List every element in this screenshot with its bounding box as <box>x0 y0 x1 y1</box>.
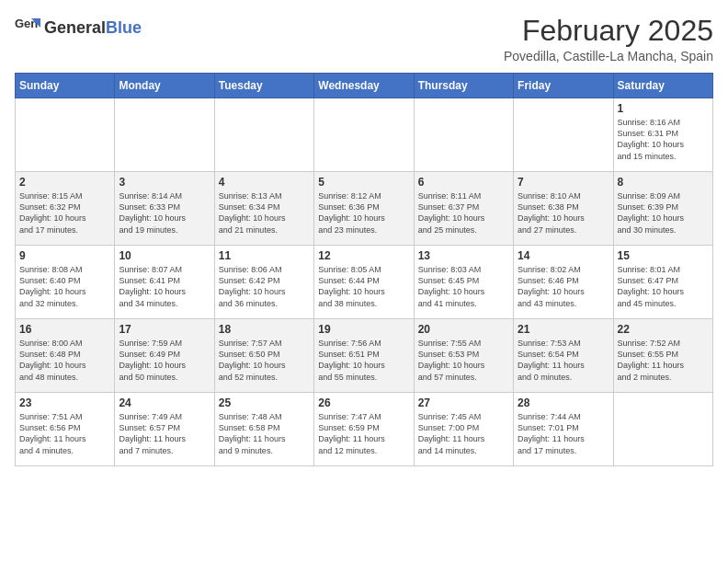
col-header-tuesday: Tuesday <box>214 74 313 98</box>
day-info: Sunrise: 8:06 AM Sunset: 6:42 PM Dayligh… <box>219 264 310 309</box>
day-number: 2 <box>19 176 110 189</box>
calendar-cell <box>514 98 613 172</box>
logo: Gen GeneralBlue <box>15 15 142 40</box>
calendar-cell: 21Sunrise: 7:53 AM Sunset: 6:54 PM Dayli… <box>514 319 613 393</box>
col-header-saturday: Saturday <box>613 74 712 98</box>
day-info: Sunrise: 8:07 AM Sunset: 6:41 PM Dayligh… <box>119 264 210 309</box>
page-header: Gen GeneralBlue February 2025 Povedilla,… <box>15 15 713 63</box>
day-info: Sunrise: 7:56 AM Sunset: 6:51 PM Dayligh… <box>318 338 409 383</box>
day-info: Sunrise: 8:02 AM Sunset: 6:46 PM Dayligh… <box>518 264 609 309</box>
col-header-sunday: Sunday <box>16 74 115 98</box>
day-number: 25 <box>219 396 310 409</box>
logo-icon: Gen <box>15 15 40 40</box>
day-info: Sunrise: 8:12 AM Sunset: 6:36 PM Dayligh… <box>318 190 409 236</box>
day-info: Sunrise: 8:13 AM Sunset: 6:34 PM Dayligh… <box>219 190 310 236</box>
calendar-cell <box>214 98 313 172</box>
calendar-subtitle: Povedilla, Castille-La Mancha, Spain <box>504 49 713 63</box>
calendar-cell: 8Sunrise: 8:09 AM Sunset: 6:39 PM Daylig… <box>613 172 712 246</box>
day-number: 11 <box>219 249 310 262</box>
day-number: 21 <box>518 323 609 336</box>
day-number: 8 <box>618 176 709 189</box>
day-number: 22 <box>618 323 709 336</box>
day-info: Sunrise: 7:57 AM Sunset: 6:50 PM Dayligh… <box>219 338 310 383</box>
day-info: Sunrise: 8:14 AM Sunset: 6:33 PM Dayligh… <box>119 190 210 236</box>
calendar-cell: 2Sunrise: 8:15 AM Sunset: 6:32 PM Daylig… <box>16 172 115 246</box>
day-info: Sunrise: 8:05 AM Sunset: 6:44 PM Dayligh… <box>318 264 409 309</box>
calendar-cell: 25Sunrise: 7:48 AM Sunset: 6:58 PM Dayli… <box>214 393 313 466</box>
day-number: 27 <box>418 396 509 409</box>
day-number: 16 <box>19 323 110 336</box>
day-number: 28 <box>518 396 609 409</box>
calendar-week-row: 9Sunrise: 8:08 AM Sunset: 6:40 PM Daylig… <box>16 246 713 319</box>
col-header-friday: Friday <box>514 74 613 98</box>
logo-general-text: GeneralBlue <box>44 19 142 37</box>
calendar-cell: 24Sunrise: 7:49 AM Sunset: 6:57 PM Dayli… <box>115 393 214 466</box>
calendar-cell: 6Sunrise: 8:11 AM Sunset: 6:37 PM Daylig… <box>414 172 513 246</box>
calendar-cell: 5Sunrise: 8:12 AM Sunset: 6:36 PM Daylig… <box>314 172 414 246</box>
day-number: 12 <box>318 249 409 262</box>
calendar-cell <box>613 393 712 466</box>
calendar-cell: 3Sunrise: 8:14 AM Sunset: 6:33 PM Daylig… <box>115 172 214 246</box>
day-info: Sunrise: 7:52 AM Sunset: 6:55 PM Dayligh… <box>618 338 709 383</box>
calendar-week-row: 2Sunrise: 8:15 AM Sunset: 6:32 PM Daylig… <box>16 172 713 246</box>
calendar-cell: 26Sunrise: 7:47 AM Sunset: 6:59 PM Dayli… <box>314 393 414 466</box>
calendar-cell: 11Sunrise: 8:06 AM Sunset: 6:42 PM Dayli… <box>214 246 313 319</box>
day-number: 23 <box>19 396 110 409</box>
calendar-cell: 19Sunrise: 7:56 AM Sunset: 6:51 PM Dayli… <box>314 319 414 393</box>
day-number: 20 <box>418 323 509 336</box>
calendar-cell: 13Sunrise: 8:03 AM Sunset: 6:45 PM Dayli… <box>414 246 513 319</box>
calendar-cell: 10Sunrise: 8:07 AM Sunset: 6:41 PM Dayli… <box>115 246 214 319</box>
day-number: 19 <box>318 323 409 336</box>
day-number: 14 <box>518 249 609 262</box>
day-number: 17 <box>119 323 210 336</box>
day-number: 26 <box>318 396 409 409</box>
day-info: Sunrise: 8:15 AM Sunset: 6:32 PM Dayligh… <box>19 190 110 236</box>
col-header-thursday: Thursday <box>414 74 513 98</box>
calendar-cell: 22Sunrise: 7:52 AM Sunset: 6:55 PM Dayli… <box>613 319 712 393</box>
day-number: 18 <box>219 323 310 336</box>
calendar-cell: 4Sunrise: 8:13 AM Sunset: 6:34 PM Daylig… <box>214 172 313 246</box>
day-number: 15 <box>618 249 709 262</box>
calendar-week-row: 1Sunrise: 8:16 AM Sunset: 6:31 PM Daylig… <box>16 98 713 172</box>
calendar-cell: 16Sunrise: 8:00 AM Sunset: 6:48 PM Dayli… <box>16 319 115 393</box>
col-header-wednesday: Wednesday <box>314 74 414 98</box>
day-number: 24 <box>119 396 210 409</box>
day-number: 5 <box>318 176 409 189</box>
day-number: 1 <box>618 102 709 115</box>
calendar-table: SundayMondayTuesdayWednesdayThursdayFrid… <box>15 73 713 466</box>
calendar-cell <box>314 98 414 172</box>
day-number: 3 <box>119 176 210 189</box>
calendar-cell: 28Sunrise: 7:44 AM Sunset: 7:01 PM Dayli… <box>514 393 613 466</box>
calendar-cell: 17Sunrise: 7:59 AM Sunset: 6:49 PM Dayli… <box>115 319 214 393</box>
calendar-cell: 18Sunrise: 7:57 AM Sunset: 6:50 PM Dayli… <box>214 319 313 393</box>
calendar-week-row: 23Sunrise: 7:51 AM Sunset: 6:56 PM Dayli… <box>16 393 713 466</box>
day-info: Sunrise: 7:44 AM Sunset: 7:01 PM Dayligh… <box>518 411 609 456</box>
day-info: Sunrise: 8:09 AM Sunset: 6:39 PM Dayligh… <box>618 190 709 236</box>
calendar-cell: 12Sunrise: 8:05 AM Sunset: 6:44 PM Dayli… <box>314 246 414 319</box>
day-info: Sunrise: 8:16 AM Sunset: 6:31 PM Dayligh… <box>618 117 709 162</box>
calendar-cell <box>414 98 513 172</box>
day-info: Sunrise: 7:55 AM Sunset: 6:53 PM Dayligh… <box>418 338 509 383</box>
calendar-week-row: 16Sunrise: 8:00 AM Sunset: 6:48 PM Dayli… <box>16 319 713 393</box>
calendar-cell: 7Sunrise: 8:10 AM Sunset: 6:38 PM Daylig… <box>514 172 613 246</box>
calendar-cell: 15Sunrise: 8:01 AM Sunset: 6:47 PM Dayli… <box>613 246 712 319</box>
day-info: Sunrise: 7:49 AM Sunset: 6:57 PM Dayligh… <box>119 411 210 456</box>
title-section: February 2025 Povedilla, Castille-La Man… <box>504 15 713 63</box>
day-info: Sunrise: 7:47 AM Sunset: 6:59 PM Dayligh… <box>318 411 409 456</box>
calendar-cell: 23Sunrise: 7:51 AM Sunset: 6:56 PM Dayli… <box>16 393 115 466</box>
day-info: Sunrise: 8:08 AM Sunset: 6:40 PM Dayligh… <box>19 264 110 309</box>
day-info: Sunrise: 8:01 AM Sunset: 6:47 PM Dayligh… <box>618 264 709 309</box>
day-info: Sunrise: 8:03 AM Sunset: 6:45 PM Dayligh… <box>418 264 509 309</box>
calendar-header-row: SundayMondayTuesdayWednesdayThursdayFrid… <box>16 74 713 98</box>
day-info: Sunrise: 8:11 AM Sunset: 6:37 PM Dayligh… <box>418 190 509 236</box>
calendar-cell: 20Sunrise: 7:55 AM Sunset: 6:53 PM Dayli… <box>414 319 513 393</box>
day-number: 9 <box>19 249 110 262</box>
day-number: 7 <box>518 176 609 189</box>
day-info: Sunrise: 7:59 AM Sunset: 6:49 PM Dayligh… <box>119 338 210 383</box>
day-info: Sunrise: 8:10 AM Sunset: 6:38 PM Dayligh… <box>518 190 609 236</box>
day-info: Sunrise: 8:00 AM Sunset: 6:48 PM Dayligh… <box>19 338 110 383</box>
day-number: 10 <box>119 249 210 262</box>
day-number: 13 <box>418 249 509 262</box>
calendar-cell: 14Sunrise: 8:02 AM Sunset: 6:46 PM Dayli… <box>514 246 613 319</box>
day-info: Sunrise: 7:45 AM Sunset: 7:00 PM Dayligh… <box>418 411 509 456</box>
